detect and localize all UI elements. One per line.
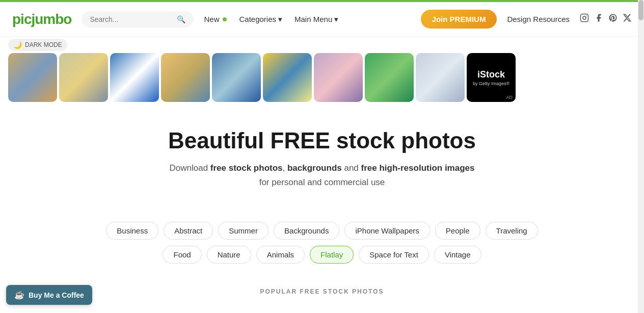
hero-subtitle: Download free stock photos, backgrounds … (169, 161, 475, 189)
coffee-icon: ☕ (14, 290, 24, 299)
svg-point-1 (583, 16, 586, 19)
chevron-down-icon: ▾ (278, 15, 282, 24)
istock-subtitle: by Getty Images® (473, 81, 509, 86)
istock-ad-image[interactable]: iStock by Getty Images® AD (467, 53, 516, 102)
pill-nature[interactable]: Nature (207, 246, 251, 264)
subtitle-download: Download (170, 163, 210, 173)
pill-food[interactable]: Food (163, 246, 201, 264)
pill-people[interactable]: People (435, 222, 480, 240)
moon-icon: 🌙 (13, 41, 22, 49)
popular-section: POPULAR FREE STOCK PHOTOS (0, 280, 644, 299)
scrollbar-track[interactable] (638, 0, 644, 299)
join-premium-button[interactable]: Join PREMIUM (421, 10, 497, 29)
hero-title: Beautiful FREE stock photos (10, 128, 634, 153)
dark-mode-toggle[interactable]: 🌙 DARK MODE (8, 39, 67, 51)
category-pills: Business Abstract Summer Backgrounds iPh… (0, 222, 644, 264)
pills-row-2: Food Nature Animals Flatlay Space for Te… (163, 246, 481, 264)
search-icon: 🔍 (177, 15, 185, 23)
svg-point-2 (586, 15, 587, 16)
nav-main-menu[interactable]: Main Menu ▾ (294, 15, 338, 24)
search-input[interactable] (90, 15, 173, 23)
dark-mode-section: 🌙 DARK MODE (0, 37, 644, 53)
pill-iphone-wallpapers[interactable]: iPhone Wallpapers (344, 222, 430, 240)
header: picjumbo 🔍 New Categories ▾ Main Menu ▾ … (0, 2, 644, 37)
strip-image-5[interactable] (212, 53, 261, 102)
new-dot-indicator (223, 17, 227, 21)
main-nav: New Categories ▾ Main Menu ▾ (204, 15, 410, 24)
bmc-label: Buy Me a Coffee (29, 291, 84, 299)
popular-label: POPULAR FREE STOCK PHOTOS (0, 288, 644, 295)
pinterest-icon[interactable] (608, 13, 618, 25)
buy-me-coffee-button[interactable]: ☕ Buy Me a Coffee (6, 285, 92, 299)
strip-image-4[interactable] (161, 53, 210, 102)
instagram-icon[interactable] (580, 13, 589, 25)
subtitle-free-photos: free stock photos (210, 163, 283, 173)
strip-image-9[interactable] (416, 53, 465, 102)
nav-new[interactable]: New (204, 15, 227, 23)
dark-mode-label: DARK MODE (25, 41, 62, 48)
image-strip: iStock by Getty Images® AD (0, 53, 644, 104)
strip-image-7[interactable] (314, 53, 363, 102)
pill-flatlay[interactable]: Flatlay (310, 246, 354, 264)
pill-summer[interactable]: Summer (218, 222, 269, 240)
design-resources-link[interactable]: Design Resources (507, 15, 570, 23)
search-wrap: 🔍 (82, 11, 194, 28)
strip-image-1[interactable] (8, 53, 57, 102)
subtitle-backgrounds: backgrounds (287, 163, 342, 173)
pills-row-1: Business Abstract Summer Backgrounds iPh… (106, 222, 538, 240)
strip-image-2[interactable] (59, 53, 108, 102)
scrollbar-thumb[interactable] (638, 0, 643, 20)
subtitle-comma: , (283, 163, 287, 173)
pill-traveling[interactable]: Traveling (486, 222, 538, 240)
pill-business[interactable]: Business (106, 222, 158, 240)
hero-section: Beautiful FREE stock photos Download fre… (0, 104, 644, 205)
strip-image-3[interactable] (110, 53, 159, 102)
subtitle-hires: free high-resolution images (361, 163, 475, 173)
facebook-icon[interactable] (594, 13, 603, 25)
svg-rect-0 (581, 14, 588, 22)
pill-backgrounds[interactable]: Backgrounds (274, 222, 340, 240)
site-logo[interactable]: picjumbo (12, 11, 71, 28)
chevron-down-icon: ▾ (334, 15, 338, 24)
pill-abstract[interactable]: Abstract (164, 222, 213, 240)
subtitle-use: for personal and commercial use (259, 177, 385, 187)
ad-badge: AD (506, 95, 513, 100)
pill-vintage[interactable]: Vintage (434, 246, 481, 264)
istock-title: iStock (473, 69, 509, 80)
pill-space-for-text[interactable]: Space for Text (359, 246, 429, 264)
strip-image-8[interactable] (365, 53, 414, 102)
pill-animals[interactable]: Animals (256, 246, 305, 264)
subtitle-and: and (342, 163, 361, 173)
strip-image-6[interactable] (263, 53, 312, 102)
social-icons (580, 13, 632, 25)
nav-categories[interactable]: Categories ▾ (239, 15, 282, 24)
twitter-icon[interactable] (623, 13, 632, 25)
